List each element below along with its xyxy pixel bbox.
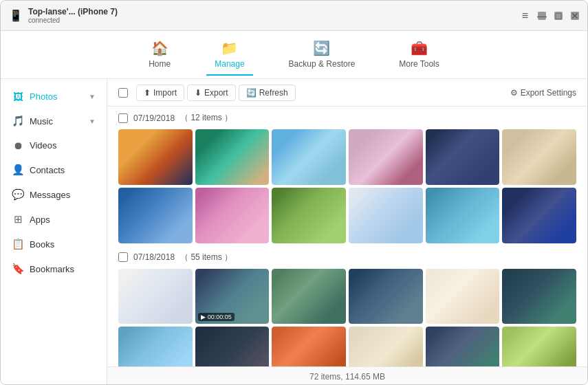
nav-tab-icon-manage: 📁 [221,40,238,56]
nav-tab-backup[interactable]: 🔄 Backup & Restore [281,34,364,76]
date-group-checkbox[interactable] [118,252,128,262]
sidebar-icon-music: 🎵 [12,115,24,127]
export-settings-button[interactable]: ⚙ Export Settings [510,88,576,98]
gear-icon: ⚙ [510,88,518,98]
date-header: 07/19/2018 （ 12 items ） [118,112,576,124]
export-label: Export [204,88,228,98]
sidebar-item-music[interactable]: 🎵 Music ▼ [1,109,107,133]
video-play-icon: ▶ [201,314,206,320]
date-header: 07/18/2018 （ 55 items ） [118,252,576,263]
photo-image [426,269,500,324]
export-button[interactable]: ⬇ Export [187,85,236,101]
photo-group: 07/19/2018 （ 12 items ） [118,112,576,243]
device-info-section: 📱 Top-lanse'... (iPhone 7) connected [9,7,118,24]
photo-image [349,129,423,185]
sidebar-item-books[interactable]: 📋 Books [1,232,107,256]
photo-thumbnail[interactable] [272,327,346,366]
sidebar-item-bookmarks[interactable]: 🔖 Bookmarks [1,256,107,281]
photo-thumbnail[interactable] [195,327,270,366]
photo-grid [118,129,576,243]
photo-thumbnail[interactable] [502,269,576,324]
item-count: （ 55 items ） [180,252,232,263]
photo-image [426,129,500,185]
photo-thumbnail[interactable] [426,129,500,185]
photo-thumbnail[interactable] [195,129,270,185]
photo-thumbnail[interactable] [349,188,423,243]
window-controls: ≡ — □ ✕ [522,10,579,22]
nav-tab-manage[interactable]: 📁 Manage [206,34,252,76]
photo-image [502,129,576,185]
photo-thumbnail[interactable] [502,129,576,185]
title-bar: 📱 Top-lanse'... (iPhone 7) connected ≡ —… [1,1,587,31]
sidebar-item-contacts[interactable]: 👤 Contacts [1,157,107,182]
photo-scroll-area[interactable]: 07/19/2018 （ 12 items ） 07/18/2018 （ 55 … [107,107,587,366]
nav-tab-icon-backup: 🔄 [313,40,330,56]
date-group-checkbox[interactable] [118,113,128,123]
sidebar-item-videos[interactable]: ⏺ Videos [1,133,107,157]
sidebar-label-books: Books [30,239,54,250]
minimize-button[interactable]: — [538,12,546,20]
sidebar-item-messages[interactable]: 💬 Messages [1,182,107,207]
hamburger-icon[interactable]: ≡ [522,10,530,22]
nav-tab-label-tools: More Tools [399,59,439,69]
nav-tab-tools[interactable]: 🧰 More Tools [391,34,447,76]
photo-thumbnail[interactable] [195,188,270,243]
photo-thumbnail[interactable] [502,188,576,243]
photo-thumbnail[interactable] [426,188,500,243]
photo-group: 07/18/2018 （ 55 items ） ▶00:00:05 [118,252,576,367]
photo-image [502,327,576,366]
sidebar-icon-contacts: 👤 [12,164,24,176]
sidebar-label-messages: Messages [30,190,70,200]
sidebar-arrow-music: ▼ [89,118,96,125]
photo-thumbnail[interactable] [272,129,346,185]
photo-thumbnail[interactable] [118,269,193,324]
device-name: Top-lanse'... (iPhone 7) [28,7,118,16]
content-area: ⬆ Import ⬇ Export 🔄 Refresh ⚙ Export Set… [107,79,587,385]
photo-thumbnail[interactable] [426,269,500,324]
sidebar-icon-apps: ⊞ [12,213,24,226]
sidebar-item-photos[interactable]: 🖼 Photos ▼ [1,85,107,109]
photo-thumbnail[interactable] [349,269,423,324]
photo-image [272,269,346,324]
sidebar-label-photos: Photos [30,91,57,102]
date-label: 07/19/2018 [133,113,175,123]
nav-tab-icon-tools: 🧰 [411,40,428,56]
photo-image [118,327,193,366]
sidebar-label-bookmarks: Bookmarks [30,264,74,274]
photo-thumbnail[interactable] [118,129,193,185]
refresh-button[interactable]: 🔄 Refresh [239,85,296,101]
sidebar-item-apps[interactable]: ⊞ Apps [1,207,107,232]
video-duration: 00:00:05 [208,314,232,320]
nav-tab-home[interactable]: 🏠 Home [140,34,179,76]
photo-image [349,327,423,366]
maximize-button[interactable]: □ [554,12,563,20]
sidebar-label-apps: Apps [30,214,50,225]
sidebar-icon-videos: ⏺ [12,140,24,151]
nav-tab-label-manage: Manage [215,59,244,69]
close-button[interactable]: ✕ [571,12,579,20]
nav-tabs: 🏠 Home 📁 Manage 🔄 Backup & Restore 🧰 Mor… [1,31,587,79]
select-all-checkbox[interactable] [118,88,128,98]
photo-thumbnail[interactable] [272,188,346,243]
photo-image [118,129,193,185]
photo-thumbnail[interactable] [349,129,423,185]
photo-image [118,269,193,324]
photo-thumbnail[interactable] [349,327,423,366]
photo-thumbnail[interactable] [118,327,193,366]
sidebar-icon-bookmarks: 🔖 [12,263,24,275]
photo-thumbnail[interactable] [502,327,576,366]
photo-thumbnail[interactable] [272,269,346,324]
sidebar-icon-messages: 💬 [12,188,24,201]
photo-image [426,188,500,243]
refresh-label: Refresh [259,88,288,98]
device-details: Top-lanse'... (iPhone 7) connected [28,7,118,24]
sidebar: 🖼 Photos ▼ 🎵 Music ▼ ⏺ Videos 👤 Contacts… [1,79,107,385]
sidebar-label-music: Music [30,116,53,126]
import-button[interactable]: ⬆ Import [136,85,184,101]
sidebar-label-contacts: Contacts [30,165,65,175]
photo-thumbnail[interactable] [426,327,500,366]
photo-thumbnail[interactable]: ▶00:00:05 [195,269,270,324]
photo-image [272,129,346,185]
nav-tab-icon-home: 🏠 [151,40,168,56]
photo-thumbnail[interactable] [118,188,193,243]
